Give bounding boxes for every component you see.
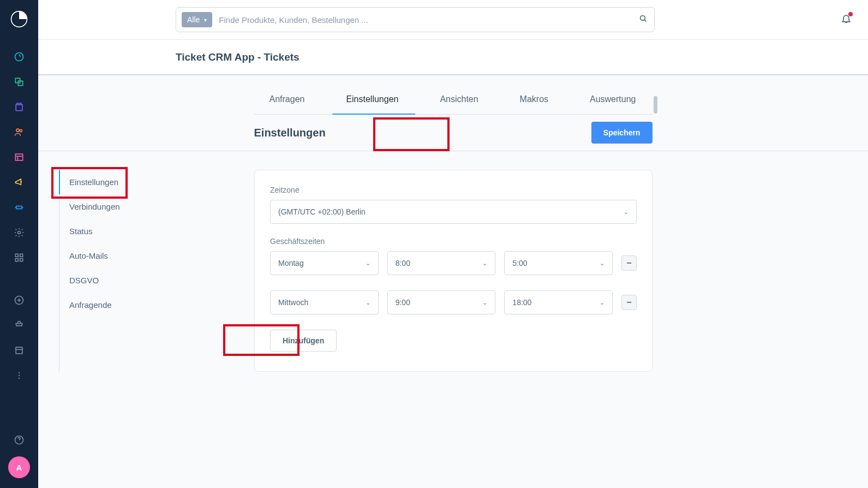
chevron-down-icon: ⌄ — [600, 260, 604, 267]
orders-icon[interactable] — [13, 100, 26, 114]
settings-nav-einstellungen[interactable]: Einstellungen — [59, 170, 168, 194]
day-select[interactable]: Montag ⌄ — [270, 251, 379, 275]
extensions-icon[interactable] — [13, 201, 26, 214]
to-value: 18:00 — [512, 298, 531, 307]
user-avatar[interactable]: A — [8, 456, 30, 478]
main-sidebar: A — [0, 0, 38, 488]
notifications-icon[interactable] — [841, 13, 852, 27]
global-search: Alle ▾ — [176, 7, 655, 32]
tabs-scrollbar[interactable] — [654, 96, 657, 114]
day-value: Mittwoch — [278, 298, 308, 307]
save-button[interactable]: Speichern — [591, 122, 653, 144]
page-title-bar: Ticket CRM App - Tickets — [38, 40, 868, 75]
more-icon[interactable] — [13, 369, 26, 382]
customers-icon[interactable] — [13, 126, 26, 139]
section-title: Einstellungen — [254, 127, 326, 139]
settings-sidebar: Einstellungen Verbindungen Status Auto-M… — [59, 170, 168, 372]
notification-badge — [848, 12, 853, 16]
app-logo[interactable] — [10, 10, 28, 28]
content-tabs: Anfragen Einstellungen Ansichten Makros … — [254, 75, 653, 115]
chevron-down-icon: ⌄ — [624, 209, 628, 216]
timezone-value: (GMT/UTC +02:00) Berlin — [278, 207, 366, 216]
settings-nav-anfragende[interactable]: Anfragende — [59, 293, 168, 317]
store-icon[interactable] — [13, 344, 26, 357]
tab-macros[interactable]: Makros — [520, 94, 548, 114]
search-filter-label: Alle — [187, 15, 200, 24]
settings-nav-dsgvo[interactable]: DSGVO — [59, 268, 168, 293]
svg-rect-10 — [16, 206, 22, 209]
add-icon[interactable] — [13, 294, 26, 307]
chevron-down-icon: ▾ — [204, 17, 207, 23]
svg-rect-17 — [20, 259, 23, 261]
chevron-down-icon: ⌄ — [482, 299, 487, 306]
svg-point-13 — [18, 231, 21, 234]
page-title: Ticket CRM App - Tickets — [176, 51, 300, 63]
svg-rect-16 — [15, 259, 18, 261]
tab-reports[interactable]: Auswertung — [590, 94, 636, 114]
hours-row: Montag ⌄ 8:00 ⌄ 5:00 ⌄ − — [270, 251, 637, 275]
day-value: Montag — [278, 259, 304, 267]
search-icon[interactable] — [639, 14, 648, 25]
settings-nav-verbindungen[interactable]: Verbindungen — [59, 194, 168, 219]
help-icon[interactable] — [13, 433, 26, 447]
from-value: 8:00 — [396, 259, 410, 267]
dashboard-icon[interactable] — [13, 50, 26, 63]
to-time-select[interactable]: 18:00 ⌄ — [504, 290, 613, 314]
settings-icon[interactable] — [13, 226, 26, 239]
search-input[interactable] — [219, 15, 632, 25]
minus-icon: − — [626, 297, 631, 307]
svg-point-23 — [19, 375, 20, 377]
minus-icon: − — [626, 258, 631, 268]
apps-icon[interactable] — [13, 251, 26, 264]
topbar: Alle ▾ — [38, 0, 868, 40]
svg-rect-14 — [15, 254, 18, 257]
add-row-button[interactable]: Hinzufügen — [270, 330, 337, 352]
hours-row: Mittwoch ⌄ 9:00 ⌄ 18:00 ⌄ − — [270, 290, 637, 314]
svg-rect-4 — [16, 105, 22, 111]
settings-card: Zeitzone (GMT/UTC +02:00) Berlin ⌄ Gesch… — [254, 170, 653, 372]
svg-rect-15 — [20, 254, 23, 257]
remove-row-button[interactable]: − — [621, 295, 637, 310]
chevron-down-icon: ⌄ — [600, 299, 604, 306]
content-icon[interactable] — [13, 151, 26, 164]
day-select[interactable]: Mittwoch ⌄ — [270, 290, 379, 314]
shop-icon[interactable] — [13, 319, 26, 332]
svg-point-5 — [16, 129, 19, 132]
business-hours-label: Geschäftszeiten — [270, 237, 637, 246]
timezone-select[interactable]: (GMT/UTC +02:00) Berlin ⌄ — [270, 200, 637, 224]
tab-requests[interactable]: Anfragen — [270, 94, 305, 114]
settings-nav-automails[interactable]: Auto-Mails — [59, 243, 168, 268]
svg-point-24 — [19, 378, 20, 379]
tab-settings[interactable]: Einstellungen — [346, 94, 398, 114]
marketing-icon[interactable] — [13, 176, 26, 189]
to-time-select[interactable]: 5:00 ⌄ — [504, 251, 613, 275]
search-filter-dropdown[interactable]: Alle ▾ — [182, 12, 212, 27]
chevron-down-icon: ⌄ — [366, 299, 370, 306]
from-value: 9:00 — [396, 298, 410, 307]
to-value: 5:00 — [512, 259, 527, 267]
svg-point-26 — [640, 16, 645, 21]
tab-views[interactable]: Ansichten — [440, 94, 478, 114]
svg-line-27 — [644, 20, 646, 21]
from-time-select[interactable]: 8:00 ⌄ — [387, 251, 496, 275]
svg-point-22 — [19, 372, 20, 374]
settings-nav-status[interactable]: Status — [59, 219, 168, 243]
from-time-select[interactable]: 9:00 ⌄ — [387, 290, 496, 314]
subheader: Einstellungen Speichern — [254, 115, 653, 151]
catalog-icon[interactable] — [13, 75, 26, 88]
svg-rect-7 — [15, 154, 22, 160]
chevron-down-icon: ⌄ — [366, 260, 370, 267]
remove-row-button[interactable]: − — [621, 255, 637, 271]
svg-point-1 — [15, 53, 23, 61]
chevron-down-icon: ⌄ — [482, 260, 487, 267]
svg-rect-21 — [16, 349, 22, 354]
avatar-initial: A — [16, 463, 22, 472]
svg-point-6 — [20, 129, 22, 132]
timezone-label: Zeitzone — [270, 186, 637, 194]
